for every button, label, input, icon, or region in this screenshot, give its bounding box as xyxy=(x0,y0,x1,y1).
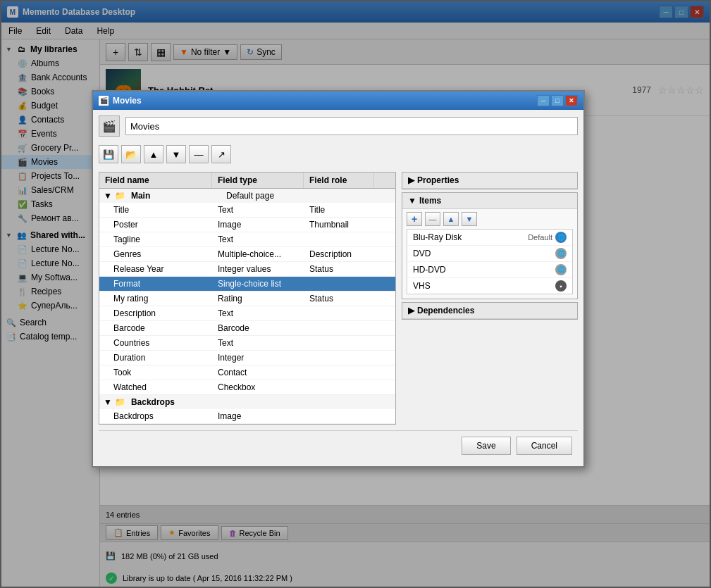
backdrops-folder-icon: 📁 xyxy=(115,397,125,407)
field-name-genres: Genres xyxy=(99,247,212,261)
field-name-backdrops: Backdrops xyxy=(99,409,212,423)
folder-icon: 📁 xyxy=(115,191,125,201)
modal-open-btn[interactable]: 📂 xyxy=(121,145,141,163)
field-name-title: Title xyxy=(99,203,212,217)
field-row-barcode[interactable]: Barcode Barcode xyxy=(99,321,395,336)
field-type-took: Contact xyxy=(212,365,304,380)
items-delete-btn[interactable]: — xyxy=(425,212,440,226)
field-role-tagline xyxy=(304,237,374,242)
field-row-description[interactable]: Description Text xyxy=(99,306,395,321)
item-bluray-default: Default xyxy=(528,233,552,242)
dependencies-section: ▶ Dependencies xyxy=(402,302,578,320)
field-type-barcode: Barcode xyxy=(212,321,304,335)
modal-down-btn[interactable]: ▼ xyxy=(166,145,186,163)
field-row-my-rating[interactable]: My rating Rating Status xyxy=(99,292,395,306)
modal-name-input[interactable] xyxy=(125,117,578,135)
group-name: Main xyxy=(131,191,150,201)
field-row-tagline[interactable]: Tagline Text xyxy=(99,232,395,247)
field-type-backdrops: Image xyxy=(212,409,304,423)
modal-overlay: 🎬 Movies ─ □ ✕ 🎬 💾 📂 ▲ ▼ — xyxy=(0,0,711,588)
field-row-duration[interactable]: Duration Integer xyxy=(99,351,395,365)
field-list-header: Field name Field type Field role xyxy=(99,173,395,189)
field-role-my-rating: Status xyxy=(304,292,374,306)
properties-header[interactable]: ▶ Properties xyxy=(402,173,577,189)
item-dvd[interactable]: DVD 🌐 xyxy=(407,246,572,262)
field-row-took[interactable]: Took Contact xyxy=(99,365,395,380)
field-name-format: Format xyxy=(99,277,212,291)
modal-title-bar: 🎬 Movies ─ □ ✕ xyxy=(93,92,583,110)
modal-share-btn[interactable]: ↗ xyxy=(211,145,231,163)
items-up-btn[interactable]: ▲ xyxy=(443,212,459,226)
field-name-description: Description xyxy=(99,306,212,320)
field-role-countries xyxy=(304,341,374,345)
field-group-main-header[interactable]: ▼ 📁 Main Default page xyxy=(99,189,395,203)
field-role-barcode xyxy=(304,326,374,330)
field-group-main: ▼ 📁 Main Default page Title Text Title xyxy=(99,189,395,395)
items-add-btn[interactable]: + xyxy=(407,212,422,226)
field-type-duration: Integer xyxy=(212,351,304,365)
modal-maximize[interactable]: □ xyxy=(551,95,564,106)
save-button[interactable]: Save xyxy=(462,437,510,455)
properties-arrow: ▶ xyxy=(408,175,414,185)
field-role-title: Title xyxy=(304,203,374,217)
dependencies-header[interactable]: ▶ Dependencies xyxy=(402,303,577,319)
field-name-duration: Duration xyxy=(99,351,212,365)
modal-body: Field name Field type Field role ▼ 📁 Mai… xyxy=(99,172,578,425)
field-type-description: Text xyxy=(212,306,304,320)
items-list: Blu-Ray Disk Default 🌐 DVD 🌐 xyxy=(407,229,573,294)
item-vhs[interactable]: VHS ▪ xyxy=(407,278,572,294)
modal-content: 🎬 💾 📂 ▲ ▼ — ↗ Field name Field type xyxy=(93,110,583,466)
field-row-genres[interactable]: Genres Multiple-choice... Description xyxy=(99,247,395,262)
modal-title-left: 🎬 Movies xyxy=(99,96,142,106)
modal-toolbar: 💾 📂 ▲ ▼ — ↗ xyxy=(99,142,578,166)
field-name-release-year: Release Year xyxy=(99,262,212,276)
field-type-title: Text xyxy=(212,203,304,217)
field-row-release-year[interactable]: Release Year Integer values Status xyxy=(99,262,395,277)
field-type-poster: Image xyxy=(212,218,304,232)
item-bluray-badge: 🌐 xyxy=(555,232,567,243)
item-vhs-badge: ▪ xyxy=(555,280,567,292)
field-name-my-rating: My rating xyxy=(99,292,212,306)
item-hddvd-name: HD-DVD xyxy=(413,265,446,275)
item-bluray-name: Blu-Ray Disk xyxy=(413,232,462,242)
field-group-backdrops-header[interactable]: ▼ 📁 Backdrops xyxy=(99,395,395,409)
field-role-format xyxy=(304,282,374,286)
field-type-tagline: Text xyxy=(212,232,304,246)
field-row-countries[interactable]: Countries Text xyxy=(99,336,395,351)
modal-up-btn[interactable]: ▲ xyxy=(144,145,163,163)
dependencies-arrow: ▶ xyxy=(408,306,414,315)
field-row-poster[interactable]: Poster Image Thumbnail xyxy=(99,218,395,232)
modal-delete-btn[interactable]: — xyxy=(189,145,209,163)
item-hddvd[interactable]: HD-DVD 🌐 xyxy=(407,262,572,278)
cancel-button[interactable]: Cancel xyxy=(517,437,572,455)
items-toolbar: + — ▲ ▼ xyxy=(402,209,577,229)
item-hddvd-badge: 🌐 xyxy=(555,264,567,275)
backdrops-arrow: ▼ xyxy=(104,397,112,407)
col-field-type: Field type xyxy=(212,173,304,188)
field-row-title[interactable]: Title Text Title xyxy=(99,203,395,218)
modal-footer: Save Cancel xyxy=(99,430,578,461)
field-type-genres: Multiple-choice... xyxy=(212,247,304,261)
item-bluray[interactable]: Blu-Ray Disk Default 🌐 xyxy=(407,230,572,246)
modal-name-row: 🎬 xyxy=(99,115,578,137)
modal-name-icon: 🎬 xyxy=(99,115,120,137)
items-header[interactable]: ▼ Items xyxy=(402,193,577,209)
field-type-my-rating: Rating xyxy=(212,292,304,306)
field-row-backdrops[interactable]: Backdrops Image xyxy=(99,409,395,424)
field-name-barcode: Barcode xyxy=(99,321,212,335)
field-name-poster: Poster xyxy=(99,218,212,232)
item-dvd-name: DVD xyxy=(413,249,431,258)
col-field-role: Field role xyxy=(304,173,374,188)
modal-save-btn[interactable]: 💾 xyxy=(99,145,118,163)
field-name-countries: Countries xyxy=(99,336,212,350)
field-row-format[interactable]: Format Single-choice list xyxy=(99,277,395,292)
field-type-countries: Text xyxy=(212,336,304,350)
items-down-btn[interactable]: ▼ xyxy=(462,212,477,226)
modal-minimize[interactable]: ─ xyxy=(537,95,550,106)
movies-modal: 🎬 Movies ─ □ ✕ 🎬 💾 📂 ▲ ▼ — xyxy=(92,90,585,468)
field-row-watched[interactable]: Watched Checkbox xyxy=(99,380,395,395)
field-role-took xyxy=(304,370,374,375)
modal-close[interactable]: ✕ xyxy=(565,95,578,106)
modal-controls: ─ □ ✕ xyxy=(537,95,578,106)
field-role-description xyxy=(304,311,374,315)
